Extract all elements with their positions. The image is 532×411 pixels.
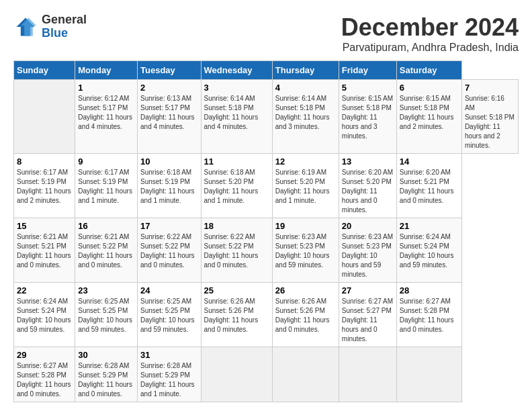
- day-info: Sunrise: 6:16 AMSunset: 5:18 PMDaylight:…: [465, 95, 515, 149]
- calendar-header-row: SundayMondayTuesdayWednesdayThursdayFrid…: [14, 61, 519, 80]
- table-row: [396, 347, 461, 402]
- calendar-week-5: 29Sunrise: 6:27 AMSunset: 5:28 PMDayligh…: [14, 347, 519, 402]
- day-info: Sunrise: 6:27 AMSunset: 5:27 PMDaylight:…: [342, 298, 393, 342]
- table-row: [272, 347, 339, 402]
- table-row: 15Sunrise: 6:21 AMSunset: 5:21 PMDayligh…: [14, 218, 75, 283]
- table-row: 14Sunrise: 6:20 AMSunset: 5:21 PMDayligh…: [396, 154, 461, 218]
- table-row: 3Sunrise: 6:14 AMSunset: 5:18 PMDaylight…: [201, 80, 272, 154]
- day-number: 11: [204, 156, 269, 167]
- day-number: 22: [17, 285, 72, 295]
- calendar-week-3: 15Sunrise: 6:21 AMSunset: 5:21 PMDayligh…: [14, 218, 519, 283]
- calendar-header-friday: Friday: [339, 61, 396, 80]
- day-info: Sunrise: 6:20 AMSunset: 5:21 PMDaylight:…: [400, 169, 454, 204]
- day-info: Sunrise: 6:14 AMSunset: 5:18 PMDaylight:…: [275, 95, 330, 130]
- table-row: 25Sunrise: 6:26 AMSunset: 5:26 PMDayligh…: [201, 283, 272, 347]
- day-info: Sunrise: 6:14 AMSunset: 5:18 PMDaylight:…: [204, 95, 259, 130]
- day-number: 10: [140, 156, 198, 167]
- day-info: Sunrise: 6:13 AMSunset: 5:17 PMDaylight:…: [140, 95, 195, 130]
- day-number: 25: [204, 285, 269, 295]
- table-row: 19Sunrise: 6:23 AMSunset: 5:23 PMDayligh…: [272, 218, 339, 283]
- day-number: 3: [204, 83, 269, 93]
- table-row: 8Sunrise: 6:17 AMSunset: 5:19 PMDaylight…: [14, 154, 75, 218]
- day-info: Sunrise: 6:20 AMSunset: 5:20 PMDaylight:…: [342, 169, 393, 214]
- table-row: 1Sunrise: 6:12 AMSunset: 5:17 PMDaylight…: [75, 80, 138, 154]
- table-row: 22Sunrise: 6:24 AMSunset: 5:24 PMDayligh…: [14, 283, 75, 347]
- calendar-body: 1Sunrise: 6:12 AMSunset: 5:17 PMDaylight…: [14, 80, 519, 402]
- table-row: 23Sunrise: 6:25 AMSunset: 5:25 PMDayligh…: [75, 283, 138, 347]
- table-row: 7Sunrise: 6:16 AMSunset: 5:18 PMDaylight…: [461, 80, 518, 154]
- day-info: Sunrise: 6:22 AMSunset: 5:22 PMDaylight:…: [140, 233, 195, 269]
- day-number: 5: [342, 83, 394, 93]
- day-info: Sunrise: 6:27 AMSunset: 5:28 PMDaylight:…: [17, 362, 71, 398]
- table-row: 29Sunrise: 6:27 AMSunset: 5:28 PMDayligh…: [14, 347, 75, 402]
- calendar-header-wednesday: Wednesday: [201, 61, 272, 80]
- calendar-week-1: 1Sunrise: 6:12 AMSunset: 5:17 PMDaylight…: [14, 80, 519, 154]
- table-row: [201, 347, 272, 402]
- day-number: 7: [465, 83, 515, 93]
- day-info: Sunrise: 6:18 AMSunset: 5:20 PMDaylight:…: [204, 169, 259, 204]
- table-row: 18Sunrise: 6:22 AMSunset: 5:22 PMDayligh…: [201, 218, 272, 283]
- day-info: Sunrise: 6:25 AMSunset: 5:25 PMDaylight:…: [140, 298, 195, 333]
- calendar-header-monday: Monday: [75, 61, 138, 80]
- table-row: 6Sunrise: 6:15 AMSunset: 5:18 PMDaylight…: [396, 80, 461, 154]
- day-info: Sunrise: 6:27 AMSunset: 5:28 PMDaylight:…: [400, 298, 454, 333]
- day-number: 19: [275, 221, 336, 231]
- calendar-header-tuesday: Tuesday: [138, 61, 202, 80]
- table-row: 5Sunrise: 6:15 AMSunset: 5:18 PMDaylight…: [339, 80, 396, 154]
- title-block: December 2024 Parvatipuram, Andhra Prade…: [341, 13, 519, 54]
- day-info: Sunrise: 6:25 AMSunset: 5:25 PMDaylight:…: [78, 298, 132, 333]
- month-title: December 2024: [341, 13, 519, 42]
- location-title: Parvatipuram, Andhra Pradesh, India: [341, 42, 519, 54]
- logo-line1: General: [42, 13, 87, 27]
- day-info: Sunrise: 6:28 AMSunset: 5:29 PMDaylight:…: [140, 362, 195, 398]
- day-number: 31: [140, 350, 198, 360]
- table-row: 13Sunrise: 6:20 AMSunset: 5:20 PMDayligh…: [339, 154, 396, 218]
- day-number: 28: [400, 285, 459, 295]
- day-number: 27: [342, 285, 394, 295]
- table-row: 11Sunrise: 6:18 AMSunset: 5:20 PMDayligh…: [201, 154, 272, 218]
- table-row: [339, 347, 396, 402]
- day-info: Sunrise: 6:15 AMSunset: 5:18 PMDaylight:…: [342, 95, 393, 140]
- day-number: 23: [78, 285, 134, 295]
- day-info: Sunrise: 6:18 AMSunset: 5:19 PMDaylight:…: [140, 169, 195, 204]
- day-number: 21: [400, 221, 459, 231]
- table-row: 4Sunrise: 6:14 AMSunset: 5:18 PMDaylight…: [272, 80, 339, 154]
- day-number: 20: [342, 221, 394, 231]
- logo: General Blue: [13, 13, 87, 40]
- day-info: Sunrise: 6:12 AMSunset: 5:17 PMDaylight:…: [78, 95, 132, 130]
- day-info: Sunrise: 6:17 AMSunset: 5:19 PMDaylight:…: [17, 169, 71, 204]
- table-row: 9Sunrise: 6:17 AMSunset: 5:19 PMDaylight…: [75, 154, 138, 218]
- day-number: 12: [275, 156, 336, 167]
- calendar-header-thursday: Thursday: [272, 61, 339, 80]
- table-row: 21Sunrise: 6:24 AMSunset: 5:24 PMDayligh…: [396, 218, 461, 283]
- day-info: Sunrise: 6:26 AMSunset: 5:26 PMDaylight:…: [204, 298, 259, 333]
- day-info: Sunrise: 6:24 AMSunset: 5:24 PMDaylight:…: [17, 298, 71, 333]
- day-number: 13: [342, 156, 394, 167]
- day-number: 1: [78, 83, 134, 93]
- day-number: 6: [400, 83, 459, 93]
- day-number: 4: [275, 83, 336, 93]
- day-info: Sunrise: 6:15 AMSunset: 5:18 PMDaylight:…: [400, 95, 454, 130]
- day-info: Sunrise: 6:23 AMSunset: 5:23 PMDaylight:…: [275, 233, 330, 269]
- calendar-table: SundayMondayTuesdayWednesdayThursdayFrid…: [13, 60, 519, 402]
- table-row: 12Sunrise: 6:19 AMSunset: 5:20 PMDayligh…: [272, 154, 339, 218]
- calendar-week-2: 8Sunrise: 6:17 AMSunset: 5:19 PMDaylight…: [14, 154, 519, 218]
- logo-line2: Blue: [42, 27, 87, 40]
- table-row: 16Sunrise: 6:21 AMSunset: 5:22 PMDayligh…: [75, 218, 138, 283]
- calendar-week-4: 22Sunrise: 6:24 AMSunset: 5:24 PMDayligh…: [14, 283, 519, 347]
- day-info: Sunrise: 6:26 AMSunset: 5:26 PMDaylight:…: [275, 298, 330, 333]
- day-info: Sunrise: 6:21 AMSunset: 5:21 PMDaylight:…: [17, 233, 71, 269]
- day-number: 30: [78, 350, 134, 360]
- table-row: 2Sunrise: 6:13 AMSunset: 5:17 PMDaylight…: [138, 80, 202, 154]
- day-number: 26: [275, 285, 336, 295]
- day-info: Sunrise: 6:24 AMSunset: 5:24 PMDaylight:…: [400, 233, 454, 269]
- table-row: 24Sunrise: 6:25 AMSunset: 5:25 PMDayligh…: [138, 283, 202, 347]
- day-number: 9: [78, 156, 134, 167]
- empty-cell: [14, 80, 75, 154]
- table-row: 10Sunrise: 6:18 AMSunset: 5:19 PMDayligh…: [138, 154, 202, 218]
- day-number: 29: [17, 350, 72, 360]
- table-row: 26Sunrise: 6:26 AMSunset: 5:26 PMDayligh…: [272, 283, 339, 347]
- day-number: 14: [400, 156, 459, 167]
- page-header: General Blue December 2024 Parvatipuram,…: [13, 13, 519, 54]
- calendar-header-sunday: Sunday: [14, 61, 75, 80]
